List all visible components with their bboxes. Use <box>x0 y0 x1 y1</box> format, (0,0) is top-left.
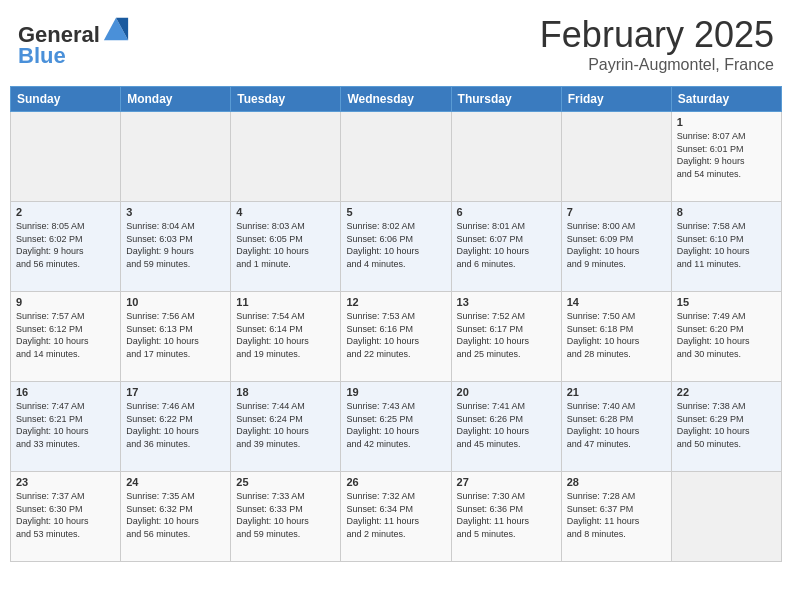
calendar-cell: 6Sunrise: 8:01 AM Sunset: 6:07 PM Daylig… <box>451 202 561 292</box>
calendar-cell <box>671 472 781 562</box>
weekday-header-row: SundayMondayTuesdayWednesdayThursdayFrid… <box>11 87 782 112</box>
month-title: February 2025 <box>540 14 774 56</box>
calendar-cell: 9Sunrise: 7:57 AM Sunset: 6:12 PM Daylig… <box>11 292 121 382</box>
weekday-header-monday: Monday <box>121 87 231 112</box>
weekday-header-wednesday: Wednesday <box>341 87 451 112</box>
day-info: Sunrise: 7:33 AM Sunset: 6:33 PM Dayligh… <box>236 490 335 540</box>
calendar-week-row: 2Sunrise: 8:05 AM Sunset: 6:02 PM Daylig… <box>11 202 782 292</box>
weekday-header-tuesday: Tuesday <box>231 87 341 112</box>
calendar-cell: 3Sunrise: 8:04 AM Sunset: 6:03 PM Daylig… <box>121 202 231 292</box>
calendar-cell: 18Sunrise: 7:44 AM Sunset: 6:24 PM Dayli… <box>231 382 341 472</box>
day-info: Sunrise: 7:30 AM Sunset: 6:36 PM Dayligh… <box>457 490 556 540</box>
calendar-cell: 7Sunrise: 8:00 AM Sunset: 6:09 PM Daylig… <box>561 202 671 292</box>
day-info: Sunrise: 7:53 AM Sunset: 6:16 PM Dayligh… <box>346 310 445 360</box>
day-number: 24 <box>126 476 225 488</box>
day-number: 12 <box>346 296 445 308</box>
day-info: Sunrise: 7:38 AM Sunset: 6:29 PM Dayligh… <box>677 400 776 450</box>
day-info: Sunrise: 7:54 AM Sunset: 6:14 PM Dayligh… <box>236 310 335 360</box>
day-info: Sunrise: 7:57 AM Sunset: 6:12 PM Dayligh… <box>16 310 115 360</box>
day-number: 2 <box>16 206 115 218</box>
day-number: 6 <box>457 206 556 218</box>
calendar-cell: 27Sunrise: 7:30 AM Sunset: 6:36 PM Dayli… <box>451 472 561 562</box>
calendar-cell: 21Sunrise: 7:40 AM Sunset: 6:28 PM Dayli… <box>561 382 671 472</box>
calendar-cell <box>451 112 561 202</box>
title-block: February 2025 Payrin-Augmontel, France <box>540 14 774 74</box>
calendar-cell: 10Sunrise: 7:56 AM Sunset: 6:13 PM Dayli… <box>121 292 231 382</box>
calendar-cell: 24Sunrise: 7:35 AM Sunset: 6:32 PM Dayli… <box>121 472 231 562</box>
logo-blue-text: Blue <box>18 43 130 69</box>
day-number: 21 <box>567 386 666 398</box>
day-info: Sunrise: 7:41 AM Sunset: 6:26 PM Dayligh… <box>457 400 556 450</box>
day-number: 10 <box>126 296 225 308</box>
day-number: 26 <box>346 476 445 488</box>
day-info: Sunrise: 8:00 AM Sunset: 6:09 PM Dayligh… <box>567 220 666 270</box>
day-number: 4 <box>236 206 335 218</box>
day-number: 11 <box>236 296 335 308</box>
day-info: Sunrise: 7:58 AM Sunset: 6:10 PM Dayligh… <box>677 220 776 270</box>
day-info: Sunrise: 7:46 AM Sunset: 6:22 PM Dayligh… <box>126 400 225 450</box>
day-number: 18 <box>236 386 335 398</box>
day-number: 3 <box>126 206 225 218</box>
calendar-cell: 15Sunrise: 7:49 AM Sunset: 6:20 PM Dayli… <box>671 292 781 382</box>
day-info: Sunrise: 8:03 AM Sunset: 6:05 PM Dayligh… <box>236 220 335 270</box>
day-number: 8 <box>677 206 776 218</box>
day-info: Sunrise: 7:28 AM Sunset: 6:37 PM Dayligh… <box>567 490 666 540</box>
weekday-header-saturday: Saturday <box>671 87 781 112</box>
day-number: 28 <box>567 476 666 488</box>
calendar-cell: 1Sunrise: 8:07 AM Sunset: 6:01 PM Daylig… <box>671 112 781 202</box>
calendar-cell: 2Sunrise: 8:05 AM Sunset: 6:02 PM Daylig… <box>11 202 121 292</box>
day-number: 13 <box>457 296 556 308</box>
calendar-cell: 16Sunrise: 7:47 AM Sunset: 6:21 PM Dayli… <box>11 382 121 472</box>
day-info: Sunrise: 7:49 AM Sunset: 6:20 PM Dayligh… <box>677 310 776 360</box>
day-info: Sunrise: 7:37 AM Sunset: 6:30 PM Dayligh… <box>16 490 115 540</box>
day-number: 22 <box>677 386 776 398</box>
day-info: Sunrise: 7:44 AM Sunset: 6:24 PM Dayligh… <box>236 400 335 450</box>
calendar-cell: 12Sunrise: 7:53 AM Sunset: 6:16 PM Dayli… <box>341 292 451 382</box>
calendar-week-row: 16Sunrise: 7:47 AM Sunset: 6:21 PM Dayli… <box>11 382 782 472</box>
calendar-cell <box>11 112 121 202</box>
day-number: 20 <box>457 386 556 398</box>
calendar-cell: 25Sunrise: 7:33 AM Sunset: 6:33 PM Dayli… <box>231 472 341 562</box>
calendar-week-row: 1Sunrise: 8:07 AM Sunset: 6:01 PM Daylig… <box>11 112 782 202</box>
location-text: Payrin-Augmontel, France <box>540 56 774 74</box>
day-number: 27 <box>457 476 556 488</box>
weekday-header-sunday: Sunday <box>11 87 121 112</box>
page-header: General Blue February 2025 Payrin-Augmon… <box>10 10 782 78</box>
day-number: 9 <box>16 296 115 308</box>
day-number: 7 <box>567 206 666 218</box>
calendar-cell: 22Sunrise: 7:38 AM Sunset: 6:29 PM Dayli… <box>671 382 781 472</box>
calendar-cell <box>231 112 341 202</box>
day-info: Sunrise: 7:35 AM Sunset: 6:32 PM Dayligh… <box>126 490 225 540</box>
day-info: Sunrise: 8:02 AM Sunset: 6:06 PM Dayligh… <box>346 220 445 270</box>
calendar-cell: 26Sunrise: 7:32 AM Sunset: 6:34 PM Dayli… <box>341 472 451 562</box>
day-info: Sunrise: 7:40 AM Sunset: 6:28 PM Dayligh… <box>567 400 666 450</box>
day-number: 16 <box>16 386 115 398</box>
calendar-cell: 20Sunrise: 7:41 AM Sunset: 6:26 PM Dayli… <box>451 382 561 472</box>
calendar-cell: 11Sunrise: 7:54 AM Sunset: 6:14 PM Dayli… <box>231 292 341 382</box>
calendar-cell: 19Sunrise: 7:43 AM Sunset: 6:25 PM Dayli… <box>341 382 451 472</box>
day-number: 15 <box>677 296 776 308</box>
calendar-cell: 8Sunrise: 7:58 AM Sunset: 6:10 PM Daylig… <box>671 202 781 292</box>
day-number: 23 <box>16 476 115 488</box>
calendar-cell: 17Sunrise: 7:46 AM Sunset: 6:22 PM Dayli… <box>121 382 231 472</box>
calendar-week-row: 23Sunrise: 7:37 AM Sunset: 6:30 PM Dayli… <box>11 472 782 562</box>
day-number: 25 <box>236 476 335 488</box>
calendar-body: 1Sunrise: 8:07 AM Sunset: 6:01 PM Daylig… <box>11 112 782 562</box>
day-number: 14 <box>567 296 666 308</box>
calendar-cell: 14Sunrise: 7:50 AM Sunset: 6:18 PM Dayli… <box>561 292 671 382</box>
calendar-header: SundayMondayTuesdayWednesdayThursdayFrid… <box>11 87 782 112</box>
calendar-cell <box>121 112 231 202</box>
calendar-cell <box>561 112 671 202</box>
calendar-cell: 5Sunrise: 8:02 AM Sunset: 6:06 PM Daylig… <box>341 202 451 292</box>
day-number: 19 <box>346 386 445 398</box>
logo-icon <box>102 14 130 42</box>
calendar-cell: 4Sunrise: 8:03 AM Sunset: 6:05 PM Daylig… <box>231 202 341 292</box>
day-info: Sunrise: 8:05 AM Sunset: 6:02 PM Dayligh… <box>16 220 115 270</box>
day-info: Sunrise: 7:32 AM Sunset: 6:34 PM Dayligh… <box>346 490 445 540</box>
weekday-header-friday: Friday <box>561 87 671 112</box>
day-info: Sunrise: 7:47 AM Sunset: 6:21 PM Dayligh… <box>16 400 115 450</box>
day-info: Sunrise: 8:01 AM Sunset: 6:07 PM Dayligh… <box>457 220 556 270</box>
day-number: 5 <box>346 206 445 218</box>
calendar-cell <box>341 112 451 202</box>
day-info: Sunrise: 8:04 AM Sunset: 6:03 PM Dayligh… <box>126 220 225 270</box>
